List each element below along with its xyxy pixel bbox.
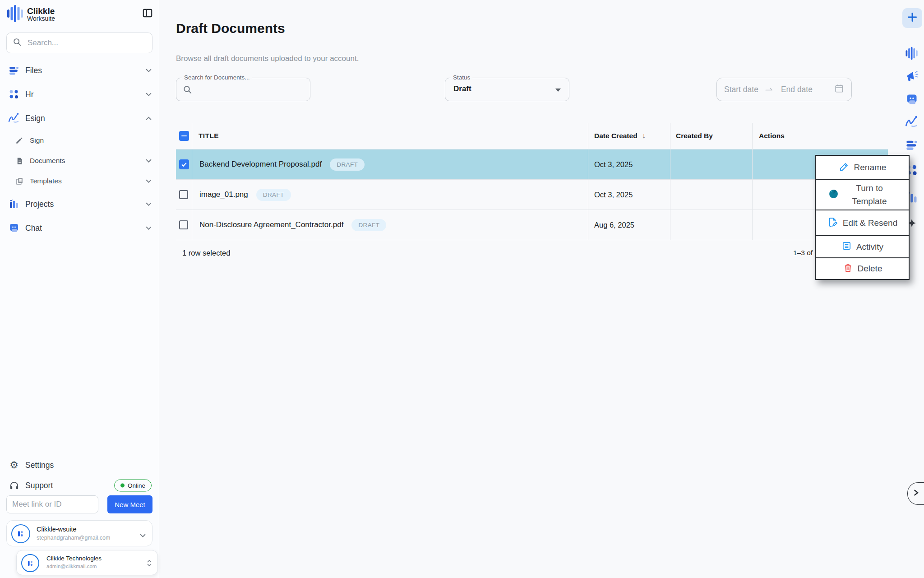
status-badge: DRAFT [256,189,291,201]
document-title: Backend Development Proposal.pdf [199,160,322,169]
dropdown-caret-icon [555,89,561,92]
account-card-secondary[interactable]: Clikkle Technologies admin@clikkmail.com [16,550,158,575]
projects-icon [8,198,20,210]
menu-item-turn-to-template[interactable]: Turn to Template [816,180,909,210]
edit-resend-icon [827,217,838,229]
app-window: Clikkle Worksuite Files Hr Esign [0,0,924,578]
sidebar-item-chat[interactable]: Chat [0,218,159,238]
sidebar-item-support[interactable]: Support Online [0,475,159,495]
sidebar-item-label: Esign [25,114,45,123]
menu-item-edit-resend[interactable]: Edit & Resend [816,210,909,236]
sidebar-item-esign[interactable]: Esign [0,108,159,128]
document-icon [14,156,24,166]
start-date-field[interactable]: Start date [724,85,758,94]
account-email: admin@clikkmail.com [46,564,97,569]
sidebar-item-documents[interactable]: Documents [0,151,159,171]
rail-esign-icon[interactable] [905,115,919,129]
activity-icon [841,241,852,253]
rail-files-icon[interactable] [905,138,919,152]
sidebar-item-hr[interactable]: Hr [0,84,159,104]
sidebar-item-label: Documents [30,157,65,165]
sidebar-item-sign[interactable]: Sign [0,131,159,150]
sidebar-item-templates[interactable]: Templates [0,171,159,191]
range-arrow-icon [765,85,775,93]
status-label: Status [451,74,472,81]
calendar-icon[interactable] [834,84,844,95]
table-row[interactable]: Backend Development Proposal.pdf DRAFT O… [176,149,888,180]
sidebar: Clikkle Worksuite Files Hr Esign [0,0,159,578]
chevron-down-icon [140,531,146,540]
status-select[interactable]: Status Draft [445,78,569,101]
add-app-button[interactable] [902,8,922,28]
rail-clikkle-apps-icon[interactable] [905,46,919,61]
hr-icon [8,89,20,100]
column-header-created-by: Created By [676,132,713,140]
column-header-date-created[interactable]: Date Created↓ [588,123,670,149]
chevron-down-icon [146,90,152,98]
table-row[interactable]: Non-Disclosure Agreement_Contractor.pdf … [176,210,888,240]
menu-item-rename[interactable]: Rename [816,156,909,180]
files-icon [8,65,20,76]
chevron-down-icon [146,177,152,185]
page-title: Draft Documents [176,21,285,36]
select-all-checkbox[interactable] [179,131,189,141]
page-subtitle: Browse all draft documents uploaded to y… [176,54,359,63]
column-header-actions: Actions [759,132,785,140]
new-meet-button[interactable]: New Meet [107,495,152,513]
chevron-down-icon [146,224,152,232]
account-card-primary[interactable]: Clikkle-wsuite stephandgraham@gmail.com [6,520,152,546]
status-value: Draft [453,84,471,93]
row-checkbox[interactable] [179,220,188,229]
end-date-field[interactable]: End date [781,85,813,94]
date-created: Oct 3, 2025 [594,191,633,199]
plus-icon [906,11,918,25]
sidebar-item-label: Sign [30,136,44,144]
sidebar-item-label: Templates [30,177,62,185]
sidebar-item-label: Hr [25,90,33,99]
search-input[interactable] [27,38,147,48]
pencil-icon [839,161,850,174]
brand-suite: Worksuite [27,15,55,22]
sidebar-item-label: Files [25,66,42,75]
menu-item-delete[interactable]: Delete [816,258,909,279]
pagination-text: 1–3 of 3 [793,240,818,266]
brand-name: Clikkle [27,7,55,15]
search-icon [12,37,22,49]
rail-campaigns-icon[interactable] [905,69,919,84]
gear-icon: ⚙ [8,459,20,471]
meet-link-input[interactable] [6,495,98,513]
online-status-badge: Online [114,480,152,492]
date-created: Oct 3, 2025 [594,160,633,169]
chevron-down-icon [146,200,152,208]
online-dot-icon [120,484,125,488]
document-title: Non-Disclosure Agreement_Contractor.pdf [199,220,343,229]
sort-desc-icon: ↓ [642,132,646,140]
sidebar-item-label: Projects [25,200,54,209]
sidebar-collapse-icon[interactable] [142,7,153,19]
row-checkbox[interactable] [179,159,189,169]
rail-chat-icon[interactable] [905,92,919,107]
documents-table: TITLE Date Created↓ Created By Actions B… [176,123,888,266]
document-search-field[interactable]: Search for Documents... [176,78,310,101]
date-created: Aug 6, 2025 [594,221,634,229]
avatar [11,524,30,543]
row-actions-menu: Rename Turn to Template Edit & Resend Ac… [815,155,910,280]
account-email: stephandgraham@gmail.com [37,535,110,541]
account-name: Clikkle Technologies [46,555,102,562]
menu-item-activity[interactable]: Activity [816,236,909,258]
headset-icon [8,480,20,491]
clikkle-bars-icon [7,5,23,24]
sidebar-item-files[interactable]: Files [0,61,159,80]
sidebar-item-label: Settings [25,461,54,470]
sidebar-item-settings[interactable]: ⚙ Settings [0,455,159,475]
chevron-right-icon [912,489,919,498]
table-row[interactable]: image_01.png DRAFT Oct 3, 2025 [176,180,888,210]
date-range-picker[interactable]: Start date End date [716,78,852,101]
esign-icon [8,112,20,124]
column-header-title: TITLE [199,132,219,140]
chevron-down-icon [146,157,152,165]
sidebar-item-label: Support [25,481,53,490]
row-checkbox[interactable] [179,190,188,199]
sidebar-item-projects[interactable]: Projects [0,194,159,214]
sidebar-search[interactable] [6,33,152,53]
